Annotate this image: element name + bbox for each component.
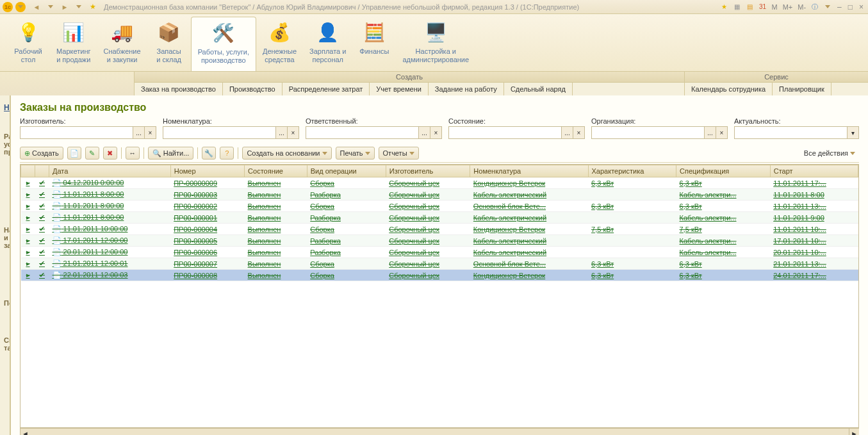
subnav-item[interactable]: Распределение затрат: [283, 83, 370, 95]
table-row[interactable]: ▸✔📄 22.01.2011 12:00:03ПР00-000008Выполн…: [21, 270, 858, 281]
refresh-button[interactable]: ↔: [126, 147, 140, 160]
sidebar-item[interactable]: Отчеты переработчиков: [4, 320, 10, 330]
nav-finance-icon[interactable]: 🧮Финансы: [352, 17, 396, 71]
table-row[interactable]: ▸✔📄 11.01.2011 8:00:00ПР00-000001Выполне…: [21, 212, 858, 224]
filter-input[interactable]: [306, 126, 419, 139]
subnav-item[interactable]: Производство: [223, 83, 283, 95]
app-logo-icon[interactable]: 1c: [3, 2, 13, 12]
ellipsis-icon[interactable]: ...: [562, 126, 573, 139]
sidebar-item[interactable]: Задания на работу: [4, 262, 10, 272]
calculator-icon[interactable]: ▤: [744, 2, 755, 12]
info-dropdown-icon[interactable]: [823, 2, 833, 12]
all-actions-button[interactable]: Все действия: [800, 147, 859, 160]
column-header[interactable]: Номер: [170, 165, 244, 177]
clear-icon[interactable]: ×: [573, 126, 585, 139]
app-menu-dropdown-icon[interactable]: [15, 2, 26, 12]
delete-button[interactable]: ✖: [103, 147, 117, 160]
ellipsis-icon[interactable]: ...: [276, 126, 288, 139]
back-dropdown-icon[interactable]: [44, 2, 57, 12]
sidebar-item[interactable]: Распределения затрат: [4, 199, 10, 209]
forward-dropdown-icon[interactable]: [72, 2, 85, 12]
dropdown-icon[interactable]: ▾: [848, 126, 859, 139]
sidebar-item[interactable]: Заказы на производство: [4, 168, 10, 179]
m-minus-button[interactable]: M-: [796, 3, 807, 11]
m-plus-button[interactable]: M+: [782, 3, 794, 11]
print-button[interactable]: Печать: [336, 147, 375, 160]
table-row[interactable]: ▸✔📄 11.01.2011 10:00:00ПР00-000004Выполн…: [21, 224, 858, 235]
column-header[interactable]: Дата: [49, 165, 171, 177]
sidebar-item[interactable]: Документы по учету врем...: [4, 252, 10, 262]
sidebar-item[interactable]: Отчеты о переработке: [4, 309, 10, 320]
ellipsis-icon[interactable]: ...: [705, 126, 716, 139]
find-button[interactable]: 🔍Найти...: [148, 147, 194, 160]
nav-supply-icon[interactable]: 🚚Снабжениеи закупки: [97, 17, 147, 71]
clear-icon[interactable]: ×: [288, 126, 299, 139]
info-icon[interactable]: ⓘ: [810, 2, 820, 12]
subnav-item[interactable]: Учет времени: [370, 83, 429, 95]
scroll-left-icon[interactable]: ◄: [20, 429, 30, 435]
nav-hr-icon[interactable]: 👤Зарплата иперсонал: [303, 17, 352, 71]
table-row[interactable]: ▸✔📄 17.01.2011 12:00:00ПР00-000005Выполн…: [21, 235, 858, 247]
nav-money-icon[interactable]: 💰Денежныесредства: [256, 17, 303, 71]
sidebar-item[interactable]: Производство: [4, 189, 10, 199]
clear-icon[interactable]: ×: [145, 126, 156, 139]
clear-icon[interactable]: ×: [430, 126, 442, 139]
minimize-button[interactable]: –: [835, 3, 844, 12]
column-header[interactable]: Номенклатура: [470, 165, 588, 177]
subnav-item[interactable]: Сдельный наряд: [504, 83, 573, 95]
table-row[interactable]: ▸✔📄 21.01.2011 12:00:01ПР00-000007Выполн…: [21, 258, 858, 270]
sidebar-item[interactable]: Заказ-наряды: [4, 179, 10, 189]
table-row[interactable]: ▸✔📄 11.01.2011 8:00:00ПР00-000003Выполне…: [21, 189, 858, 201]
m-button[interactable]: M: [770, 3, 778, 11]
nav-production-icon[interactable]: 🛠️Работы, услуги,производство: [191, 17, 256, 71]
sidebar-item[interactable]: Учет времени: [4, 272, 10, 283]
column-header[interactable]: Спецификация: [676, 165, 771, 177]
data-grid[interactable]: ДатаНомерСостояниеВид операцииИзготовите…: [20, 164, 859, 428]
table-row[interactable]: ▸✔📄 11.01.2011 8:00:00ПР00-000002Выполне…: [21, 201, 858, 212]
column-header[interactable]: Вид операции: [307, 165, 386, 177]
settings-button[interactable]: 🔧: [202, 147, 216, 160]
nav-desk-icon[interactable]: 💡Рабочийстол: [6, 17, 50, 71]
column-header[interactable]: Характеристика: [588, 165, 676, 177]
subnav-item[interactable]: Задание на работу: [429, 83, 504, 95]
sidebar-link-reports[interactable]: Отчеты по работам, услугам, про...: [4, 116, 10, 126]
table-row[interactable]: ▸✔📄 04.12.2010 0:00:00ПР-00000009Выполне…: [21, 177, 858, 189]
sidebar-item[interactable]: Сдельные наряды: [4, 283, 10, 293]
nav-warehouse-icon[interactable]: 📦Запасыи склад: [147, 17, 191, 71]
reports-button[interactable]: Отчеты: [379, 147, 419, 160]
filter-input[interactable]: [448, 126, 562, 139]
favorite-star-icon[interactable]: ★: [86, 2, 99, 12]
sidebar-item[interactable]: Проекты: [4, 354, 10, 365]
column-header[interactable]: Состояние: [245, 165, 307, 177]
copy-button[interactable]: 📄: [67, 147, 81, 160]
sidebar-item[interactable]: Бригады: [4, 365, 10, 375]
sidebar-item[interactable]: Перемещения запасов: [4, 209, 10, 220]
clear-icon[interactable]: ×: [716, 126, 728, 139]
favorites-icon[interactable]: ★: [719, 2, 729, 12]
scroll-right-icon[interactable]: ►: [849, 429, 859, 435]
filter-input[interactable]: [20, 126, 133, 139]
table-row[interactable]: ▸✔📄 20.01.2011 12:00:00ПР00-000006Выполн…: [21, 247, 858, 258]
subnav-item[interactable]: Заказ на производство: [135, 83, 223, 95]
subnav-item[interactable]: Планировщик: [773, 83, 831, 95]
column-header[interactable]: [21, 165, 35, 177]
ellipsis-icon[interactable]: ...: [419, 126, 430, 139]
ellipsis-icon[interactable]: ...: [133, 126, 145, 139]
maximize-button[interactable]: □: [846, 3, 855, 12]
subnav-item[interactable]: Календарь сотрудника: [685, 83, 773, 95]
back-button[interactable]: ◄: [30, 2, 43, 12]
filter-input[interactable]: [163, 126, 276, 139]
column-header[interactable]: [35, 165, 49, 177]
nav-marketing-icon[interactable]: 📊Маркетинги продажи: [50, 17, 97, 71]
column-header[interactable]: Старт: [770, 165, 858, 177]
create-based-button[interactable]: Создать на основании: [242, 147, 331, 160]
close-button[interactable]: ×: [857, 3, 865, 12]
help-button[interactable]: ?: [220, 147, 234, 160]
create-button[interactable]: ⊕Создать: [20, 147, 63, 160]
nav-settings-icon[interactable]: 🖥️Настройка иадминистрирование: [396, 17, 475, 71]
sidebar-title[interactable]: Номенклатура: [4, 103, 6, 112]
filter-input[interactable]: [734, 126, 848, 139]
forward-button[interactable]: ►: [58, 2, 71, 12]
horizontal-scrollbar[interactable]: ◄ ►: [20, 428, 859, 435]
grid-icon[interactable]: ▦: [732, 2, 742, 12]
